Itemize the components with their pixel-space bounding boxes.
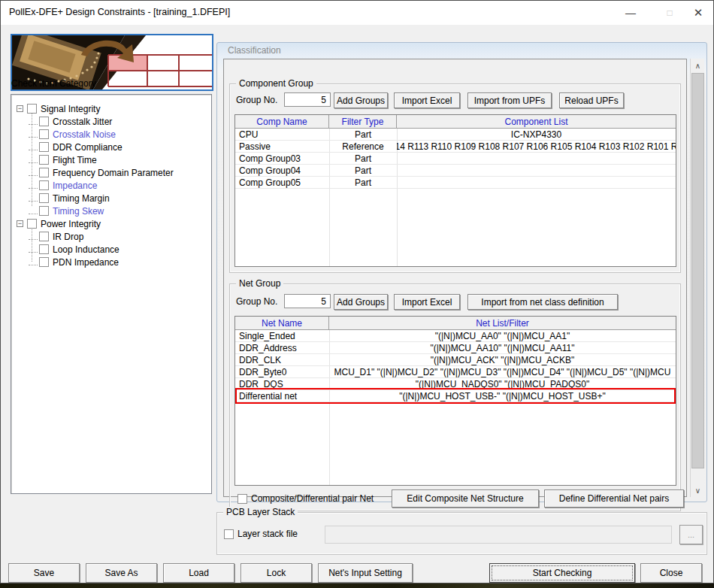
checkbox-flight-time[interactable] — [39, 155, 49, 165]
checkbox-ddr-compliance[interactable] — [39, 142, 49, 152]
collapse-icon[interactable]: − — [17, 220, 23, 227]
net-group-no-input[interactable]: 5 — [284, 294, 331, 308]
layer-stack-file-input[interactable] — [325, 526, 672, 544]
tree-item-ir-drop[interactable]: IR Drop — [11, 230, 83, 243]
layer-stack-file-checkbox[interactable] — [224, 529, 234, 539]
scroll-down-icon[interactable]: ∨ — [691, 483, 705, 497]
minimize-icon: — — [625, 7, 636, 19]
cell-component-list: 14 R113 R110 R109 R108 R107 R106 R105 R1… — [397, 141, 676, 152]
component-group-title: Component Group — [236, 78, 316, 89]
col-comp-name[interactable]: Comp Name — [235, 115, 329, 128]
checkbox-power-integrity[interactable] — [27, 219, 37, 229]
save-as-button[interactable]: Save As — [86, 563, 157, 583]
layer-stack-file-label: Layer stack file — [237, 529, 298, 539]
net-add-groups-button[interactable]: Add Groups — [334, 294, 388, 310]
tree-item-label: Power Integrity — [41, 219, 101, 229]
tree-item-timing-margin[interactable]: Timing Margin — [11, 192, 110, 205]
checkbox-crosstalk-jitter[interactable] — [39, 117, 49, 126]
classification-label: Classification — [228, 45, 281, 56]
cell-filter-type: Reference — [329, 141, 397, 152]
lock-button[interactable]: Lock — [241, 563, 312, 583]
edit-composite-net-structure-button[interactable]: Edit Composite Net Structure — [392, 489, 539, 508]
pcb-layer-stack-title: PCB Layer Stack — [223, 507, 298, 517]
col-filter-type[interactable]: Filter Type — [329, 115, 397, 128]
checkbox-timing-skew[interactable] — [39, 206, 49, 216]
table-row[interactable]: DDR_CLK "(|N|)MCU_ACK" "(|N|)MCU_ACKB" — [235, 354, 676, 366]
browse-button[interactable]: ... — [679, 525, 703, 544]
tree-item-flight-time[interactable]: Flight Time — [11, 153, 97, 166]
load-button[interactable]: Load — [163, 563, 234, 583]
start-checking-button[interactable]: Start Checking — [489, 563, 635, 583]
tree-connector-stub — [29, 169, 38, 176]
check-item-category-label: Check Item Category — [11, 78, 96, 89]
scroll-up-icon[interactable]: ∧ — [691, 59, 705, 72]
component-table[interactable]: Comp Name Filter Type Component List CPU… — [234, 114, 676, 267]
checkbox-frequency-domain-parameter[interactable] — [39, 168, 49, 177]
tree-item-impedance[interactable]: Impedance — [11, 179, 97, 192]
tree-item-power-integrity[interactable]: − Power Integrity — [11, 217, 101, 230]
checkbox-loop-inductance[interactable] — [39, 244, 49, 254]
desktop-background-strip — [0, 583, 714, 588]
cell-net-name: DDR_CLK — [235, 354, 329, 365]
design-constraints-dialog: PollEx-DFE+ Design Constraints - [traini… — [0, 0, 714, 583]
net-import-from-net-class-button[interactable]: Import from net class definition — [467, 294, 618, 310]
col-net-name[interactable]: Net Name — [235, 317, 329, 329]
tree-item-signal-integrity[interactable]: − Signal Integrity — [11, 102, 100, 115]
tree-connector-stub — [29, 246, 38, 253]
cell-net-list: "(|N|)MCU_ACK" "(|N|)MCU_ACKB" — [329, 354, 676, 365]
tree-item-crosstalk-jitter[interactable]: Crosstalk Jitter — [11, 115, 112, 128]
checkbox-crosstalk-noise[interactable] — [39, 129, 49, 139]
differential-net-highlight — [235, 388, 676, 404]
tree-item-frequency-domain-parameter[interactable]: Frequency Domain Parameter — [11, 166, 174, 179]
checkbox-impedance[interactable] — [39, 180, 49, 190]
comp-group-no-input[interactable]: 5 — [284, 92, 331, 107]
comp-reload-upfs-button[interactable]: Reload UPFs — [559, 92, 624, 108]
table-row[interactable]: Passive Reference 14 R113 R110 R109 R108… — [235, 141, 676, 153]
checkbox-timing-margin[interactable] — [39, 193, 49, 203]
tree-item-crosstalk-noise[interactable]: Crosstalk Noise — [11, 128, 116, 141]
col-net-list-filter[interactable]: Net List/Filter — [329, 317, 676, 329]
tree-item-loop-inductance[interactable]: Loop Inductance — [11, 243, 120, 256]
comp-import-excel-button[interactable]: Import Excel — [394, 92, 460, 108]
classification-scrollbar[interactable]: ∧ ∨ — [690, 59, 704, 497]
composite-diff-pair-checkbox[interactable] — [237, 494, 247, 504]
minimize-button[interactable]: — — [614, 1, 647, 24]
close-icon: ✕ — [694, 6, 703, 20]
table-row[interactable]: DDR_Byte0 MCU_D1" "(|N|)MCU_D2" "(|N|)MC… — [235, 366, 676, 378]
collapse-icon[interactable]: − — [17, 105, 23, 112]
tree-item-label: Crosstalk Noise — [53, 129, 116, 140]
comp-add-groups-button[interactable]: Add Groups — [334, 92, 388, 108]
table-row[interactable]: DDR_Address "(|N|)MCU_AA10" "(|N|)MCU_AA… — [235, 342, 676, 354]
tree-connector-stub — [29, 131, 38, 138]
tree-item-label: Flight Time — [53, 155, 97, 165]
tree-item-timing-skew[interactable]: Timing Skew — [11, 205, 104, 217]
define-differential-net-pairs-button[interactable]: Define Differential Net pairs — [544, 489, 684, 508]
layer-stack-file-checkbox-row[interactable]: Layer stack file — [224, 529, 298, 539]
net-import-excel-button[interactable]: Import Excel — [394, 294, 460, 310]
check-item-tree: − Signal Integrity Crosstalk Jitter Cros… — [11, 94, 212, 494]
nets-input-setting-button[interactable]: Net's Input Setting — [318, 563, 413, 583]
table-row[interactable]: Comp Group04 Part — [235, 165, 676, 177]
checkbox-ir-drop[interactable] — [39, 232, 49, 241]
table-row[interactable]: Single_Ended "(|N|)MCU_AA0" "(|N|)MCU_AA… — [235, 330, 676, 342]
tree-item-pdn-impedance[interactable]: PDN Impedance — [11, 256, 119, 268]
tree-item-label: Signal Integrity — [41, 104, 100, 114]
net-table[interactable]: Net Name Net List/Filter Single_Ended "(… — [234, 316, 676, 486]
comp-import-from-upfs-button[interactable]: Import from UPFs — [467, 92, 552, 108]
save-button[interactable]: Save — [8, 563, 80, 583]
col-component-list[interactable]: Component List — [397, 115, 676, 128]
cell-component-list — [397, 153, 676, 164]
titlebar[interactable]: PollEx-DFE+ Design Constraints - [traini… — [1, 1, 713, 25]
close-button[interactable]: ✕ — [682, 1, 714, 24]
checkbox-signal-integrity[interactable] — [27, 104, 37, 114]
table-row[interactable]: Comp Group05 Part — [235, 177, 676, 189]
cell-component-list — [397, 165, 676, 176]
cell-comp-name: Comp Group03 — [235, 153, 329, 164]
tree-item-ddr-compliance[interactable]: DDR Compliance — [11, 141, 123, 153]
checkbox-pdn-impedance[interactable] — [39, 257, 49, 267]
close-dialog-button[interactable]: Close — [640, 563, 702, 583]
scrollbar-thumb[interactable] — [691, 73, 704, 468]
table-row[interactable]: Comp Group03 Part — [235, 153, 676, 165]
table-row[interactable]: CPU Part IC-NXP4330 — [235, 129, 676, 141]
composite-diff-pair-checkbox-row[interactable]: Composite/Differential pair Net — [237, 493, 374, 504]
